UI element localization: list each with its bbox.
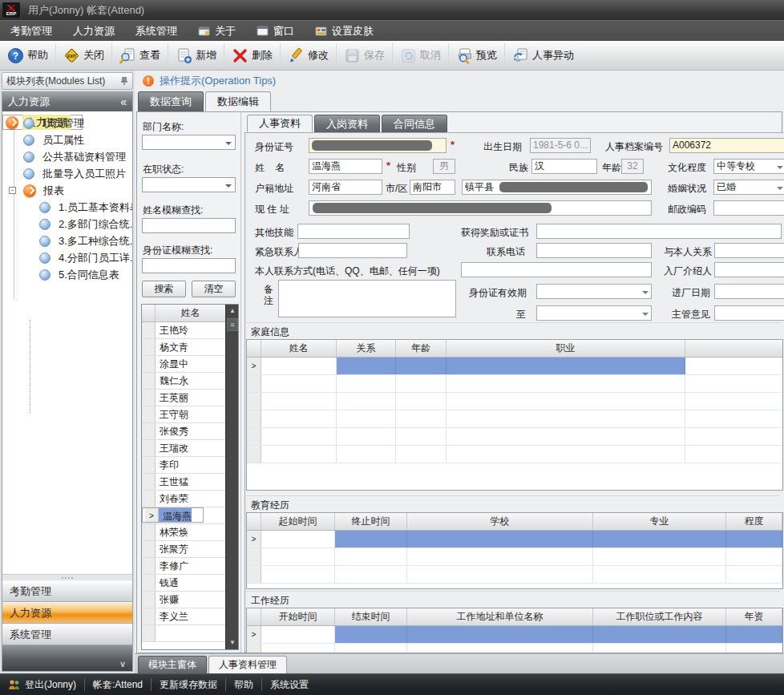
table-row[interactable]: > (247, 358, 782, 375)
employee-row[interactable]: 林荣焕 (142, 524, 225, 541)
introducer-input[interactable] (714, 262, 784, 277)
chevron-down-icon[interactable]: ∨ (119, 659, 126, 669)
employee-row[interactable]: 王世猛 (142, 474, 225, 491)
gender-input[interactable]: 男 (433, 159, 455, 174)
column-header[interactable]: 工作职位或工作内容 (593, 608, 726, 625)
pin-icon[interactable] (120, 76, 128, 86)
table-row[interactable] (247, 375, 782, 393)
tab-onboarding-info[interactable]: 入岗资料 (314, 115, 380, 132)
table-cell[interactable] (337, 393, 396, 410)
column-header[interactable]: 年资 (726, 608, 782, 625)
collapse-icon[interactable]: « (120, 95, 127, 108)
refresh-cache-button[interactable]: 更新缓存数据 (152, 678, 225, 692)
column-header[interactable]: 关系 (337, 340, 396, 357)
sidebar-splitter[interactable] (2, 574, 132, 580)
menu-hr[interactable]: 人力资源 (63, 21, 125, 41)
table-row[interactable] (247, 566, 782, 584)
tree-item-1[interactable]: 职员管理 (2, 115, 132, 131)
column-header[interactable]: 职业 (447, 340, 685, 357)
table-row[interactable]: > (247, 626, 782, 644)
table-cell[interactable] (726, 566, 782, 583)
personal-contact-input[interactable] (461, 262, 652, 277)
table-cell[interactable] (447, 393, 685, 410)
view-button[interactable]: 查看 (111, 43, 168, 67)
age-input[interactable]: 32 (621, 159, 644, 174)
table-cell[interactable] (396, 446, 447, 463)
table-cell[interactable] (407, 566, 593, 583)
column-header[interactable]: 姓名 (261, 340, 337, 357)
tab-data-query[interactable]: 数据查询 (138, 91, 204, 111)
table-cell[interactable] (396, 428, 447, 445)
table-cell[interactable] (335, 644, 407, 653)
employee-row[interactable] (142, 625, 225, 642)
logout-button[interactable]: 登出(Jonny) (0, 678, 84, 692)
remarks-textarea[interactable] (278, 280, 456, 317)
table-cell[interactable] (396, 410, 447, 427)
scroll-up-icon[interactable]: ▲ (226, 305, 239, 317)
dept-select[interactable] (142, 135, 236, 150)
education-level-select[interactable]: 中等专校 (713, 159, 784, 174)
employee-row[interactable]: 李义兰 (142, 608, 225, 625)
table-row[interactable] (247, 644, 782, 653)
id-valid-from-select[interactable] (536, 284, 652, 299)
cancel-button[interactable]: 取消 (392, 43, 448, 67)
table-cell[interactable] (447, 446, 685, 463)
table-cell[interactable] (261, 531, 335, 548)
table-cell[interactable] (337, 375, 396, 392)
contact-phone-input[interactable] (536, 243, 652, 258)
clear-button[interactable]: 清空 (192, 281, 236, 297)
supervisor-opinion-input[interactable] (714, 305, 784, 321)
tree-item-4[interactable]: 批量导入员工照片 (2, 165, 132, 182)
menu-about[interactable]: 关于 (188, 21, 246, 41)
table-cell[interactable] (407, 548, 593, 565)
table-cell[interactable] (337, 410, 396, 427)
tree-item-2[interactable]: 员工属性 (2, 131, 132, 148)
close-button[interactable]: EXIT 关闭 (55, 43, 111, 67)
table-cell[interactable] (593, 626, 726, 643)
tree-item-7[interactable]: 2.多部门综合统... (2, 216, 132, 232)
help-status-button[interactable]: 帮助 (226, 678, 261, 692)
table-cell[interactable] (261, 428, 337, 445)
name-search-input[interactable] (142, 218, 236, 233)
table-cell[interactable] (261, 393, 337, 410)
table-cell[interactable] (407, 531, 593, 548)
table-cell[interactable] (396, 393, 447, 410)
employee-row[interactable]: 李印 (142, 457, 225, 474)
table-cell[interactable] (447, 358, 685, 374)
employee-row[interactable]: 张聚芳 (142, 541, 225, 558)
emergency-contact-input[interactable] (298, 243, 407, 258)
table-cell[interactable] (337, 428, 396, 445)
table-row[interactable] (247, 410, 782, 428)
table-cell[interactable] (396, 375, 447, 392)
search-button[interactable]: 搜索 (142, 281, 186, 297)
name-input[interactable]: 温海燕 (309, 159, 382, 174)
expand-collapse-icon[interactable]: - (9, 187, 16, 194)
employee-scrollbar[interactable]: ▲ ≡ ▼ (225, 305, 238, 649)
name-column-header[interactable]: 姓名 (156, 305, 225, 321)
menu-window[interactable]: 窗口 (246, 21, 305, 41)
table-cell[interactable] (593, 644, 726, 653)
city-district-input[interactable]: 南阳市 (410, 180, 455, 195)
id-number-input[interactable] (309, 138, 447, 153)
table-row[interactable] (247, 428, 782, 446)
table-cell[interactable] (335, 566, 407, 583)
menu-skin[interactable]: 设置皮肤 (305, 21, 384, 41)
column-header[interactable]: 年龄 (396, 340, 447, 357)
table-cell[interactable] (407, 626, 593, 643)
id-search-input[interactable] (142, 258, 236, 273)
table-cell[interactable] (726, 626, 782, 643)
table-cell[interactable] (261, 626, 335, 643)
table-cell[interactable] (261, 446, 337, 463)
county-input[interactable]: 镇平县 (462, 180, 652, 195)
personnel-transfer-button[interactable]: 人事异动 (504, 43, 581, 67)
tab-data-edit[interactable]: 数据编辑 (205, 91, 271, 111)
column-header[interactable]: 结束时间 (335, 608, 407, 625)
edit-button[interactable]: 修改 (280, 43, 336, 67)
ethnicity-input[interactable]: 汉 (531, 159, 597, 174)
employee-row[interactable]: 张俊秀 (142, 423, 225, 440)
menu-system[interactable]: 系统管理 (125, 21, 188, 41)
employee-row[interactable]: 王艳玲 (142, 322, 225, 339)
postal-code-input[interactable] (713, 200, 784, 216)
table-cell[interactable] (593, 531, 726, 548)
tree-item-8[interactable]: 3.多工种综合统... (2, 232, 132, 249)
